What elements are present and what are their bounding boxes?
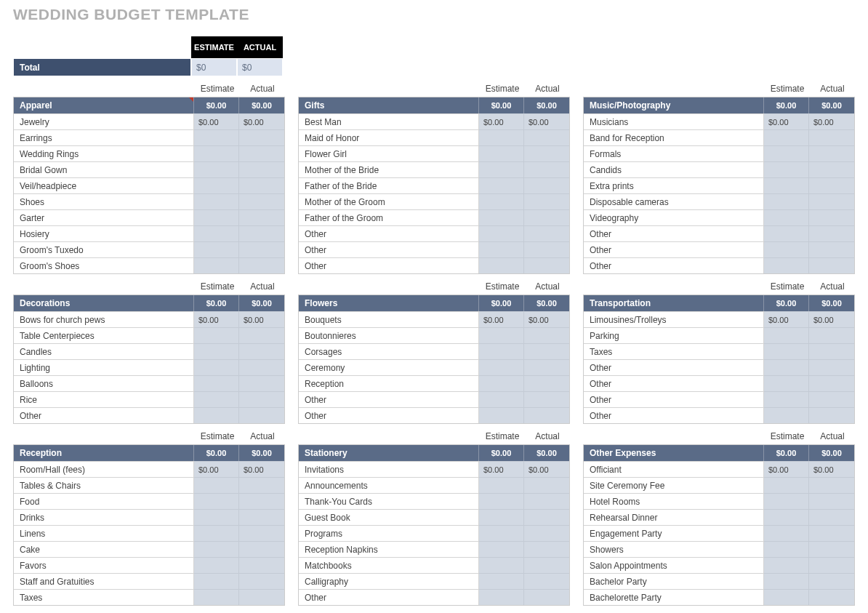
item-estimate-cell[interactable]: [479, 225, 524, 241]
item-estimate-cell[interactable]: [194, 177, 239, 193]
item-actual-cell[interactable]: $0.00: [524, 113, 569, 129]
item-actual-cell[interactable]: [524, 477, 569, 493]
item-actual-cell[interactable]: [239, 193, 284, 209]
item-actual-cell[interactable]: [239, 375, 284, 391]
item-actual-cell[interactable]: [239, 493, 284, 509]
item-actual-cell[interactable]: $0.00: [239, 113, 284, 129]
item-actual-cell[interactable]: [239, 241, 284, 257]
item-actual-cell[interactable]: $0.00: [239, 461, 284, 477]
item-estimate-cell[interactable]: $0.00: [194, 461, 239, 477]
item-actual-cell[interactable]: [524, 241, 569, 257]
item-estimate-cell[interactable]: [194, 557, 239, 573]
item-actual-cell[interactable]: [524, 145, 569, 161]
item-actual-cell[interactable]: [524, 327, 569, 343]
item-estimate-cell[interactable]: [194, 327, 239, 343]
item-actual-cell[interactable]: [524, 493, 569, 509]
item-estimate-cell[interactable]: [764, 573, 809, 589]
item-estimate-cell[interactable]: [479, 375, 524, 391]
item-estimate-cell[interactable]: [764, 477, 809, 493]
item-actual-cell[interactable]: [239, 407, 284, 423]
item-actual-cell[interactable]: [524, 257, 569, 273]
item-estimate-cell[interactable]: [764, 557, 809, 573]
item-actual-cell[interactable]: [239, 541, 284, 557]
item-estimate-cell[interactable]: [764, 589, 809, 605]
item-estimate-cell[interactable]: [194, 209, 239, 225]
item-estimate-cell[interactable]: [764, 391, 809, 407]
item-actual-cell[interactable]: [809, 525, 854, 541]
item-actual-cell[interactable]: $0.00: [809, 461, 854, 477]
item-estimate-cell[interactable]: [479, 509, 524, 525]
item-estimate-cell[interactable]: [479, 407, 524, 423]
item-estimate-cell[interactable]: [764, 343, 809, 359]
item-actual-cell[interactable]: [239, 225, 284, 241]
item-actual-cell[interactable]: [809, 241, 854, 257]
item-actual-cell[interactable]: [524, 359, 569, 375]
item-actual-cell[interactable]: [524, 391, 569, 407]
item-actual-cell[interactable]: $0.00: [809, 113, 854, 129]
item-estimate-cell[interactable]: [764, 145, 809, 161]
item-estimate-cell[interactable]: [764, 225, 809, 241]
item-actual-cell[interactable]: $0.00: [524, 311, 569, 327]
item-actual-cell[interactable]: $0.00: [809, 311, 854, 327]
item-actual-cell[interactable]: [524, 225, 569, 241]
item-estimate-cell[interactable]: [479, 327, 524, 343]
item-actual-cell[interactable]: [524, 541, 569, 557]
item-estimate-cell[interactable]: [194, 407, 239, 423]
item-actual-cell[interactable]: [239, 257, 284, 273]
item-estimate-cell[interactable]: $0.00: [764, 311, 809, 327]
item-actual-cell[interactable]: [239, 145, 284, 161]
item-estimate-cell[interactable]: [194, 541, 239, 557]
item-actual-cell[interactable]: [809, 359, 854, 375]
item-estimate-cell[interactable]: $0.00: [764, 461, 809, 477]
item-actual-cell[interactable]: [809, 477, 854, 493]
item-estimate-cell[interactable]: [764, 525, 809, 541]
item-estimate-cell[interactable]: [194, 161, 239, 177]
item-estimate-cell[interactable]: [194, 241, 239, 257]
item-estimate-cell[interactable]: [479, 589, 524, 605]
item-estimate-cell[interactable]: $0.00: [194, 311, 239, 327]
item-actual-cell[interactable]: [239, 391, 284, 407]
item-actual-cell[interactable]: [809, 541, 854, 557]
item-actual-cell[interactable]: [809, 493, 854, 509]
item-actual-cell[interactable]: [524, 129, 569, 145]
item-actual-cell[interactable]: [524, 557, 569, 573]
item-estimate-cell[interactable]: [479, 129, 524, 145]
item-estimate-cell[interactable]: [194, 477, 239, 493]
item-actual-cell[interactable]: [809, 209, 854, 225]
item-actual-cell[interactable]: $0.00: [239, 311, 284, 327]
item-actual-cell[interactable]: [239, 557, 284, 573]
item-estimate-cell[interactable]: [194, 129, 239, 145]
item-actual-cell[interactable]: [809, 327, 854, 343]
item-actual-cell[interactable]: [524, 161, 569, 177]
item-estimate-cell[interactable]: $0.00: [479, 113, 524, 129]
total-actual-cell[interactable]: $0: [237, 58, 283, 76]
item-estimate-cell[interactable]: [479, 241, 524, 257]
item-actual-cell[interactable]: [524, 343, 569, 359]
item-actual-cell[interactable]: [524, 375, 569, 391]
item-estimate-cell[interactable]: [194, 375, 239, 391]
item-estimate-cell[interactable]: [764, 541, 809, 557]
item-actual-cell[interactable]: [809, 343, 854, 359]
item-estimate-cell[interactable]: [194, 193, 239, 209]
item-estimate-cell[interactable]: [764, 209, 809, 225]
item-estimate-cell[interactable]: [479, 541, 524, 557]
item-actual-cell[interactable]: [239, 525, 284, 541]
item-estimate-cell[interactable]: [764, 493, 809, 509]
item-actual-cell[interactable]: [239, 589, 284, 605]
item-actual-cell[interactable]: [239, 161, 284, 177]
item-estimate-cell[interactable]: [764, 193, 809, 209]
item-actual-cell[interactable]: [809, 375, 854, 391]
item-estimate-cell[interactable]: [479, 493, 524, 509]
item-estimate-cell[interactable]: $0.00: [764, 113, 809, 129]
item-estimate-cell[interactable]: $0.00: [194, 113, 239, 129]
item-estimate-cell[interactable]: [479, 557, 524, 573]
item-estimate-cell[interactable]: [479, 257, 524, 273]
item-estimate-cell[interactable]: [764, 359, 809, 375]
item-actual-cell[interactable]: [524, 407, 569, 423]
item-estimate-cell[interactable]: [194, 257, 239, 273]
item-estimate-cell[interactable]: [479, 343, 524, 359]
item-estimate-cell[interactable]: [764, 407, 809, 423]
item-estimate-cell[interactable]: [479, 193, 524, 209]
item-estimate-cell[interactable]: [194, 391, 239, 407]
item-estimate-cell[interactable]: [194, 225, 239, 241]
